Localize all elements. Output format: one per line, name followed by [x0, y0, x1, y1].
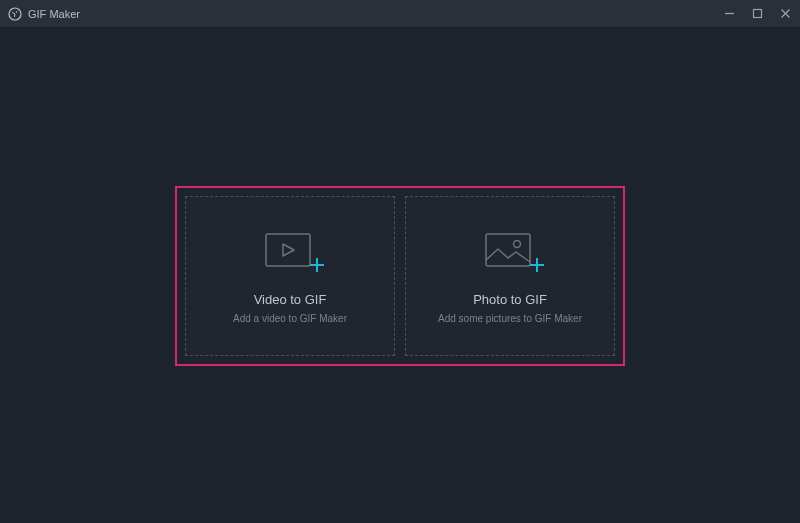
svg-rect-3 — [753, 10, 761, 18]
video-card-subtitle: Add a video to GIF Maker — [233, 313, 347, 324]
close-button[interactable] — [778, 7, 792, 21]
video-icon — [260, 228, 320, 276]
plus-icon — [528, 256, 546, 278]
plus-icon — [308, 256, 326, 278]
app-icon — [8, 7, 22, 21]
photo-card-subtitle: Add some pictures to GIF Maker — [438, 313, 582, 324]
svg-rect-6 — [266, 234, 310, 266]
photo-to-gif-card[interactable]: Photo to GIF Add some pictures to GIF Ma… — [405, 196, 615, 356]
minimize-button[interactable] — [722, 7, 736, 21]
svg-point-1 — [16, 11, 18, 13]
maximize-button[interactable] — [750, 7, 764, 21]
photo-card-title: Photo to GIF — [473, 292, 547, 307]
titlebar-left: GIF Maker — [8, 7, 80, 21]
svg-rect-9 — [486, 234, 530, 266]
app-title: GIF Maker — [28, 8, 80, 20]
video-card-title: Video to GIF — [254, 292, 327, 307]
window-controls — [722, 7, 792, 21]
options-highlight-frame: Video to GIF Add a video to GIF Maker Ph… — [175, 186, 625, 366]
video-to-gif-card[interactable]: Video to GIF Add a video to GIF Maker — [185, 196, 395, 356]
svg-point-10 — [514, 240, 521, 247]
photo-icon — [480, 228, 540, 276]
titlebar: GIF Maker — [0, 0, 800, 28]
main-content: Video to GIF Add a video to GIF Maker Ph… — [0, 28, 800, 523]
